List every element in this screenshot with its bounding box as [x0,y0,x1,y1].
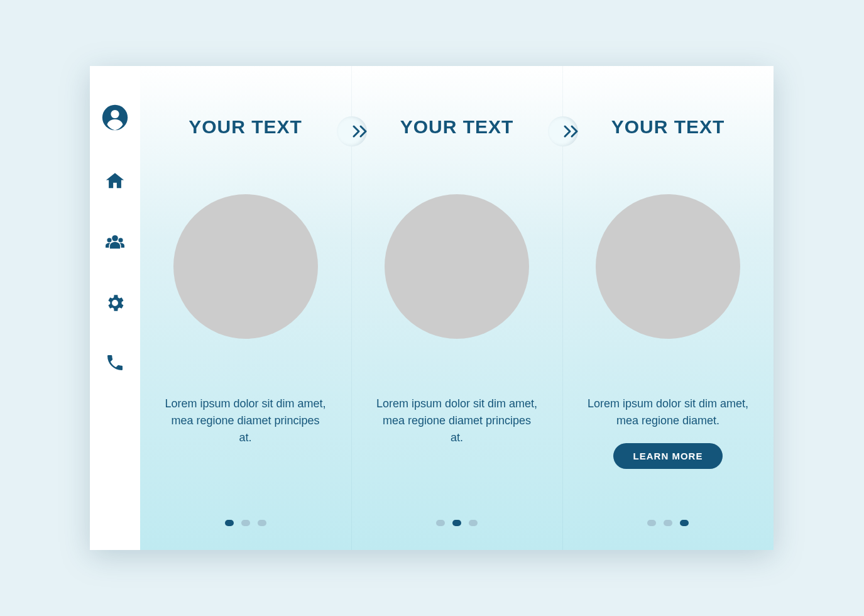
panels-container: YOUR TEXT Lorem ipsum dolor sit dim amet… [140,66,775,550]
panel-title: YOUR TEXT [611,116,725,138]
panel-title: YOUR TEXT [400,116,514,138]
dot-1[interactable] [647,520,656,526]
user-icon[interactable] [101,104,129,131]
image-placeholder [173,194,318,339]
gear-icon[interactable] [104,292,126,314]
dot-2[interactable] [452,520,461,526]
panel-body: Lorem ipsum dolor sit dim amet, mea regi… [586,395,750,429]
panel-title: YOUR TEXT [189,116,302,138]
pagination-dots [225,520,266,526]
next-chevron-icon[interactable] [562,124,580,139]
image-placeholder [385,194,529,339]
home-icon[interactable] [104,170,126,192]
dot-3[interactable] [258,520,266,526]
svg-point-3 [107,238,111,242]
group-icon[interactable] [104,231,126,253]
onboarding-panel-1: YOUR TEXT Lorem ipsum dolor sit dim amet… [140,66,351,550]
pagination-dots [436,520,478,526]
dot-1[interactable] [225,520,234,526]
svg-point-2 [112,235,118,241]
svg-point-1 [111,110,119,118]
dot-2[interactable] [664,520,672,526]
pagination-dots [647,520,689,526]
phone-icon[interactable] [105,353,125,373]
dot-3[interactable] [680,520,689,526]
panel-body: Lorem ipsum dolor sit dim amet, mea regi… [164,395,327,446]
dot-3[interactable] [469,520,478,526]
dot-2[interactable] [241,520,250,526]
next-chevron-icon[interactable] [351,124,369,139]
sidebar [90,66,140,550]
svg-point-4 [118,238,123,242]
dot-1[interactable] [436,520,445,526]
image-placeholder [596,194,740,339]
onboarding-template: YOUR TEXT Lorem ipsum dolor sit dim amet… [90,66,775,550]
learn-more-button[interactable]: LEARN MORE [613,443,723,469]
onboarding-panel-2: YOUR TEXT Lorem ipsum dolor sit dim amet… [351,66,562,550]
panel-body: Lorem ipsum dolor sit dim amet, mea regi… [375,395,539,446]
onboarding-panel-3: YOUR TEXT Lorem ipsum dolor sit dim amet… [562,66,774,550]
